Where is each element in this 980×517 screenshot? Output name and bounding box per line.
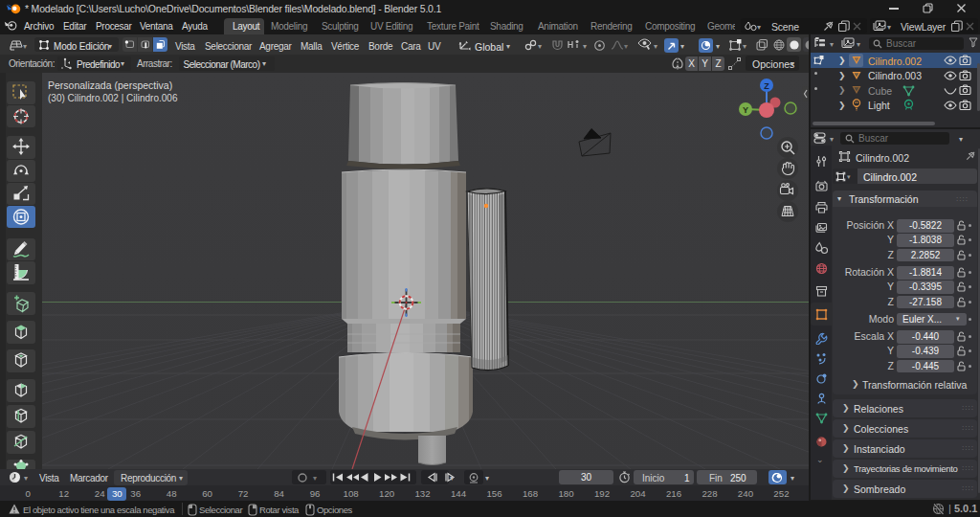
svg-text:Z: Z [764, 81, 769, 91]
svg-text:Y: Y [743, 105, 748, 115]
